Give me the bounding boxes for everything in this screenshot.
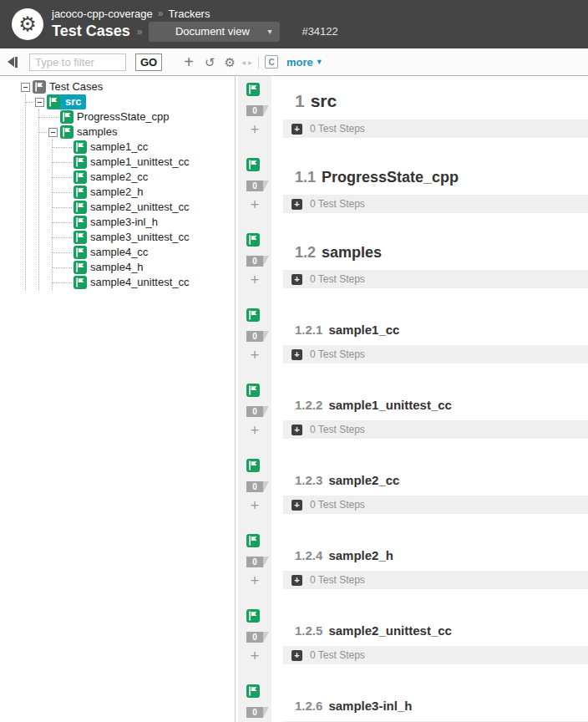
tree-item-label[interactable]: Test Cases [49,79,106,94]
tree-item-label[interactable]: sample3_unittest_cc [90,230,193,245]
tree-item-core[interactable]: src [47,94,86,109]
tree-item-core[interactable]: sample2_cc [74,170,151,185]
tree-row[interactable]: src [26,94,235,109]
expand-steps-icon[interactable]: + [291,575,302,586]
tree-item-label[interactable]: sample2_unittest_cc [90,200,193,215]
test-steps-bar[interactable]: + 0 Test Steps [283,119,588,138]
tree-item-label[interactable]: samples [77,125,120,140]
count-badge[interactable]: 0 [246,331,263,342]
section-heading[interactable]: 1.2.2 sample1_unittest_cc [283,389,588,412]
expand-steps-icon[interactable]: + [291,124,302,135]
expand-steps-icon[interactable]: + [291,274,302,285]
collapse-panel-icon[interactable] [8,57,18,68]
tree-item-label[interactable]: sample4_cc [90,245,151,260]
tree-item-core[interactable]: sample3-inl_h [74,215,161,230]
test-steps-bar[interactable]: + 0 Test Steps [283,571,588,589]
add-item-icon[interactable]: + [251,122,260,137]
section-heading[interactable]: 1.2.6 sample3-inl_h [283,689,588,713]
tree-expander-icon[interactable] [21,83,30,92]
count-badge[interactable]: 0 [246,406,263,417]
section-heading[interactable]: 1.2.1 sample1_cc [283,313,588,337]
tree-row[interactable]: sample4_unittest_cc [53,275,235,290]
tree-item-label[interactable]: sample2_h [90,185,147,200]
add-item-icon[interactable]: + [251,272,260,287]
tree-row[interactable]: sample1_cc [53,140,235,155]
tree-item-core[interactable]: sample3_unittest_cc [74,230,193,245]
test-steps-bar[interactable]: + 0 Test Steps [283,646,588,664]
count-badge[interactable]: 0 [246,557,263,567]
view-mode-dropdown[interactable]: Document view ▾ [149,22,280,42]
add-item-icon[interactable]: + [251,573,260,588]
tree-item-core[interactable]: samples [60,125,120,140]
test-steps-bar[interactable]: + 0 Test Steps [283,345,588,364]
tree-item-core[interactable]: Test Cases [33,79,106,94]
tree-item-label[interactable]: sample1_unittest_cc [90,155,193,170]
test-steps-bar[interactable]: + 0 Test Steps [283,496,588,514]
section-heading[interactable]: 1.2.3 sample2_cc [283,464,588,487]
tree-row[interactable]: samples [39,125,235,140]
tree-row[interactable]: sample1_unittest_cc [53,155,235,170]
tree-row[interactable]: sample3-inl_h [53,215,235,230]
count-badge[interactable]: 0 [246,180,263,191]
count-badge[interactable]: 0 [246,256,263,267]
tree-item-core[interactable]: sample2_h [74,185,147,200]
tree-item-label[interactable]: sample2_cc [90,170,151,185]
count-badge[interactable]: 0 [246,481,263,492]
count-badge[interactable]: 0 [246,105,263,116]
tree-item-label[interactable]: sample1_cc [90,140,151,155]
go-button[interactable]: GO [135,53,162,71]
tree-row[interactable]: sample2_unittest_cc [53,200,235,215]
tree-item-label[interactable]: sample4_h [90,260,147,275]
breadcrumb-trackers-link[interactable]: Trackers [168,8,210,20]
c-badge-icon[interactable]: C [265,55,278,69]
add-item-icon[interactable]: + [251,498,260,513]
expand-steps-icon[interactable]: + [291,199,302,210]
tree-expander-icon[interactable] [35,98,44,107]
add-item-icon[interactable]: + [251,648,260,664]
breadcrumb-project-link[interactable]: jacoco-cpp-coverage [52,8,153,20]
tree-item-core[interactable]: sample4_h [74,260,147,275]
tree-item-label[interactable]: sample3-inl_h [90,215,161,230]
tree-row[interactable]: sample2_cc [53,170,235,185]
tree-item-core[interactable]: sample4_cc [74,245,151,260]
test-steps-bar[interactable]: + 0 Test Steps [283,270,588,288]
section-heading[interactable]: 1.2 samples [283,238,588,262]
expand-steps-icon[interactable]: + [291,425,302,435]
section-heading[interactable]: 1.1 ProgressState_cpp [283,163,588,186]
tree-item-label[interactable]: sample4_unittest_cc [90,275,193,290]
tree-item-core[interactable]: sample4_unittest_cc [74,275,193,290]
app-logo[interactable]: ⚙ [12,8,43,40]
settings-gear-icon[interactable]: ⚙ [225,56,236,69]
tree-expander-icon[interactable] [48,128,58,137]
expand-steps-icon[interactable]: + [291,349,302,360]
tree-row[interactable]: sample3_unittest_cc [53,230,235,245]
tree-row[interactable]: sample4_cc [53,245,235,260]
tree-item-core[interactable]: sample2_unittest_cc [74,200,193,215]
add-icon[interactable]: + [184,53,194,70]
section-heading[interactable]: 1 src [283,88,588,111]
expand-steps-icon[interactable]: + [291,650,302,661]
more-menu-button[interactable]: more ▼ [286,56,323,69]
expand-steps-icon[interactable]: + [291,500,302,511]
prev-arrow-icon[interactable]: ◂ [241,58,246,67]
add-item-icon[interactable]: + [251,197,260,212]
tree-item-core[interactable]: ProgressState_cpp [60,109,173,125]
tree-row[interactable]: Test Cases [21,79,235,94]
filter-input[interactable] [29,53,126,71]
test-steps-bar[interactable]: + 0 Test Steps [283,195,588,213]
section-heading[interactable]: 1.2.5 sample2_unittest_cc [283,614,588,638]
count-badge[interactable]: 0 [246,707,263,718]
tree-item-core[interactable]: sample1_cc [74,140,151,155]
tree-row[interactable]: sample4_h [53,260,235,275]
tree-row[interactable]: sample2_h [53,185,235,200]
history-icon[interactable]: ↺ [205,56,215,69]
test-steps-bar[interactable]: + 0 Test Steps [283,420,588,439]
add-item-icon[interactable]: + [251,423,260,438]
section-heading[interactable]: 1.2.4 sample2_h [283,539,588,562]
add-item-icon[interactable]: + [251,348,260,363]
count-badge[interactable]: 0 [246,632,263,643]
tree-item-label[interactable]: ProgressState_cpp [77,109,173,125]
tree-item-label[interactable]: src [63,94,86,109]
next-arrow-icon[interactable]: ▸ [248,58,252,67]
tree-row[interactable]: ProgressState_cpp [39,109,235,125]
